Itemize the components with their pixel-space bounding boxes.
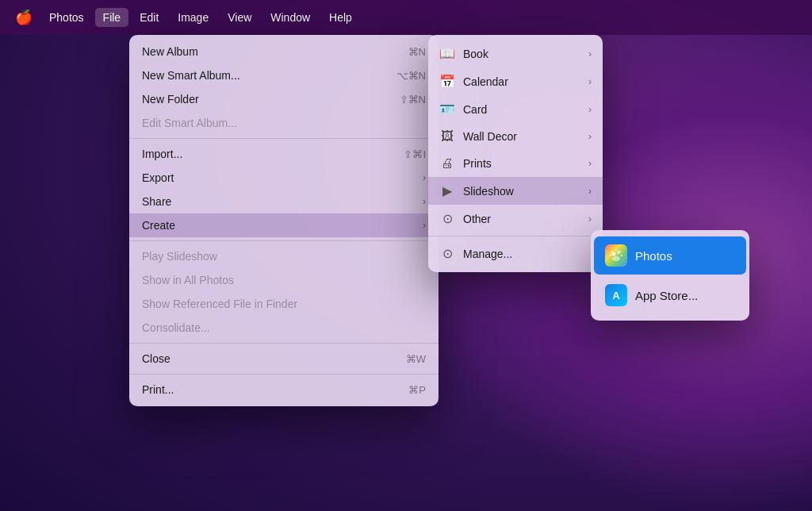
svg-line-5	[619, 251, 621, 252]
menu-item-export[interactable]: Export ›	[129, 166, 439, 190]
menu-item-consolidate: Consolidate...	[129, 316, 439, 340]
menu-separator-2	[129, 240, 439, 241]
menu-item-close[interactable]: Close ⌘W	[129, 347, 439, 371]
create-submenu: 📖 Book › 📅 Calendar › 🪪 Card › 🖼 Wall De…	[428, 35, 603, 272]
submenu-item-prints[interactable]: 🖨 Prints ›	[428, 150, 603, 177]
submenu-separator	[428, 236, 603, 236]
manage-icon: ⊙	[439, 246, 455, 261]
svg-text:A: A	[612, 290, 620, 302]
menu-item-show-referenced: Show Referenced File in Finder	[129, 292, 439, 316]
menu-item-show-all-photos: Show in All Photos	[129, 268, 439, 292]
book-icon: 📖	[439, 46, 455, 61]
menubar-item-file[interactable]: File	[95, 8, 129, 27]
menubar-item-edit[interactable]: Edit	[132, 8, 167, 27]
submenu-item-book[interactable]: 📖 Book ›	[428, 40, 603, 67]
menu-item-play-slideshow: Play Slideshow	[129, 244, 439, 268]
file-menu: New Album ⌘N New Smart Album... ⌥⌘N New …	[129, 35, 439, 406]
svg-point-3	[612, 256, 620, 261]
menu-separator-1	[129, 138, 439, 139]
menubar: 🍎 Photos File Edit Image View Window Hel…	[0, 0, 812, 35]
menubar-item-help[interactable]: Help	[321, 8, 360, 27]
arrow-icon: ›	[588, 76, 592, 87]
menu-item-new-smart-album[interactable]: New Smart Album... ⌥⌘N	[129, 63, 439, 87]
menu-separator-4	[129, 374, 439, 375]
svg-line-7	[611, 251, 613, 252]
arrow-icon: ›	[588, 158, 592, 169]
menu-separator-3	[129, 343, 439, 344]
menu-item-new-album[interactable]: New Album ⌘N	[129, 40, 439, 63]
slideshow-item-photos[interactable]: Photos	[594, 236, 746, 275]
menu-item-create[interactable]: Create ›	[129, 213, 439, 237]
menubar-item-view[interactable]: View	[220, 8, 259, 27]
arrow-icon: ›	[588, 131, 592, 142]
menu-item-share[interactable]: Share ›	[129, 190, 439, 213]
slideshow-item-appstore[interactable]: A App Store...	[594, 276, 746, 314]
menu-item-new-folder[interactable]: New Folder ⇧⌘N	[129, 87, 439, 111]
submenu-item-manage[interactable]: ⊙ Manage...	[428, 240, 603, 267]
card-icon: 🪪	[439, 102, 455, 117]
arrow-icon: ›	[588, 48, 592, 60]
arrow-icon: ›	[588, 213, 592, 225]
menu-item-edit-smart-album: Edit Smart Album...	[129, 111, 439, 135]
arrow-icon: ›	[588, 186, 592, 197]
menu-item-print[interactable]: Print... ⌘P	[129, 378, 439, 402]
menubar-item-photos[interactable]: Photos	[41, 8, 92, 27]
submenu-item-other[interactable]: ⊙ Other ›	[428, 205, 603, 232]
menubar-item-image[interactable]: Image	[170, 8, 216, 27]
submenu-item-card[interactable]: 🪪 Card ›	[428, 95, 603, 123]
menubar-item-window[interactable]: Window	[262, 8, 318, 27]
photos-app-icon	[605, 244, 627, 267]
submenu-item-wall-decor[interactable]: 🖼 Wall Decor ›	[428, 123, 603, 150]
other-icon: ⊙	[439, 211, 455, 226]
wall-decor-icon: 🖼	[439, 129, 455, 144]
slideshow-submenu: Photos A App Store...	[591, 230, 749, 321]
prints-icon: 🖨	[439, 156, 455, 171]
submenu-item-slideshow[interactable]: ▶ Slideshow ›	[428, 177, 603, 205]
arrow-icon: ›	[588, 104, 592, 115]
submenu-item-calendar[interactable]: 📅 Calendar ›	[428, 67, 603, 95]
apple-menu-icon[interactable]: 🍎	[10, 0, 38, 35]
menu-item-import[interactable]: Import... ⇧⌘I	[129, 142, 439, 166]
calendar-icon: 📅	[439, 74, 455, 89]
slideshow-icon: ▶	[439, 183, 455, 198]
appstore-app-icon: A	[605, 284, 627, 306]
